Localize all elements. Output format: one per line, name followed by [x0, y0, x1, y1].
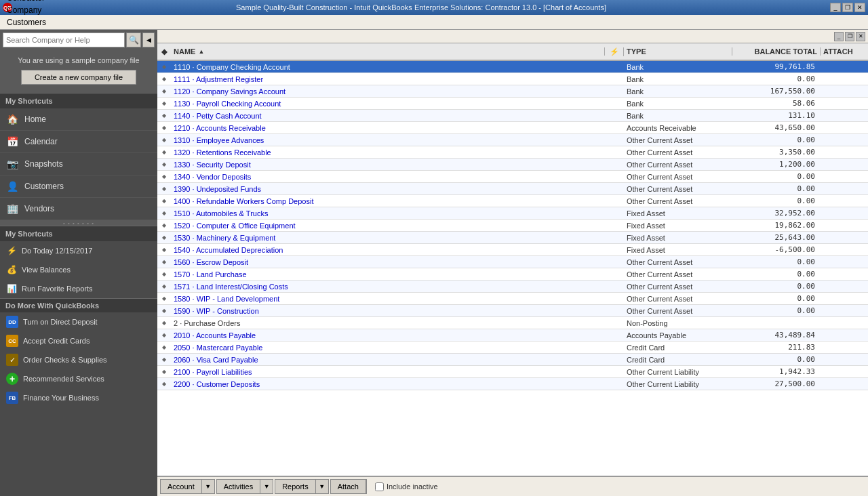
reports-button[interactable]: Reports — [275, 480, 316, 493]
row-name[interactable]: 1320 · Retentions Receivable — [171, 148, 605, 157]
shortcut-item-today[interactable]: ⚡ Do Today 12/15/2017 — [0, 241, 157, 260]
row-name[interactable]: 1111 · Adjustment Register — [171, 75, 605, 83]
close-button[interactable]: ✕ — [854, 3, 865, 12]
table-body[interactable]: ◆ 1110 · Company Checking Account Bank 9… — [157, 61, 868, 476]
do-more-item-deposit[interactable]: DDTurn on Direct Deposit — [0, 312, 157, 331]
row-name[interactable]: 2100 · Payroll Liabilities — [171, 368, 605, 376]
table-row[interactable]: ◆ 2050 · Mastercard Payable Credit Card … — [157, 342, 868, 354]
sidebar-item-snapshots[interactable]: 📷 Snapshots — [0, 153, 157, 175]
include-inactive-checkbox[interactable] — [375, 482, 384, 491]
sidebar-item-customers[interactable]: 👤 Customers — [0, 175, 157, 198]
row-name[interactable]: 1530 · Machinery & Equipment — [171, 234, 605, 242]
table-row[interactable]: ◆ 2100 · Payroll Liabilities Other Curre… — [157, 366, 868, 378]
col-balance-header[interactable]: BALANCE TOTAL — [732, 47, 821, 56]
row-name[interactable]: 1140 · Petty Cash Account — [171, 112, 605, 120]
attach-button[interactable]: Attach — [331, 480, 366, 493]
row-name[interactable]: 2 · Purchase Orders — [171, 319, 605, 327]
inner-minimize[interactable]: _ — [834, 32, 844, 41]
table-row[interactable]: ◆ 1320 · Retentions Receivable Other Cur… — [157, 146, 868, 159]
table-row[interactable]: ◆ 2200 · Customer Deposits Other Current… — [157, 378, 868, 390]
menu-item-company[interactable]: Company — [1, 4, 52, 16]
reports-dropdown-arrow[interactable]: ▼ — [316, 480, 328, 493]
account-btn-group[interactable]: Account ▼ — [160, 479, 215, 494]
row-name[interactable]: 1590 · WIP - Construction — [171, 307, 605, 315]
table-row[interactable]: ◆ 2060 · Visa Card Payable Credit Card 0… — [157, 354, 868, 366]
row-name[interactable]: 1390 · Undeposited Funds — [171, 185, 605, 193]
row-name[interactable]: 1130 · Payroll Checking Account — [171, 100, 605, 108]
inner-close[interactable]: ✕ — [856, 32, 865, 41]
row-name[interactable]: 1330 · Security Deposit — [171, 161, 605, 169]
table-row[interactable]: ◆ 1540 · Accumulated Depreciation Fixed … — [157, 244, 868, 256]
table-row[interactable]: ◆ 2010 · Accounts Payable Accounts Payab… — [157, 329, 868, 342]
minimize-button[interactable]: _ — [830, 3, 841, 12]
sidebar-resize-handle[interactable]: • • • • • • • — [0, 220, 157, 226]
row-name[interactable]: 1400 · Refundable Workers Comp Deposit — [171, 197, 605, 205]
inner-restore[interactable]: ❐ — [845, 32, 854, 41]
table-row[interactable]: ◆ 1340 · Vendor Deposits Other Current A… — [157, 171, 868, 183]
create-file-button[interactable]: Create a new company file — [21, 70, 136, 85]
row-name[interactable]: 1310 · Employee Advances — [171, 136, 605, 144]
activities-dropdown-arrow[interactable]: ▼ — [260, 480, 273, 493]
include-inactive-wrap[interactable]: Include inactive — [375, 482, 438, 491]
table-row[interactable]: ◆ 1111 · Adjustment Register Bank 0.00 — [157, 73, 868, 85]
activities-btn-group[interactable]: Activities ▼ — [216, 479, 273, 494]
row-name[interactable]: 2060 · Visa Card Payable — [171, 356, 605, 364]
row-name[interactable]: 1110 · Company Checking Account — [171, 63, 605, 71]
row-name[interactable]: 2010 · Accounts Payable — [171, 331, 605, 339]
attach-btn-group[interactable]: Attach — [330, 479, 367, 494]
row-name[interactable]: 2200 · Customer Deposits — [171, 380, 605, 388]
row-name[interactable]: 1340 · Vendor Deposits — [171, 173, 605, 181]
back-button[interactable]: ◀ — [142, 33, 155, 47]
search-input[interactable] — [6, 36, 121, 44]
do-more-item-cards[interactable]: CCAccept Credit Cards — [0, 331, 157, 350]
table-row[interactable]: ◆ 1390 · Undeposited Funds Other Current… — [157, 183, 868, 195]
table-row[interactable]: ◆ 2 · Purchase Orders Non-Posting — [157, 317, 868, 329]
sidebar-item-home[interactable]: 🏠 Home — [0, 108, 157, 131]
row-name[interactable]: 1210 · Accounts Receivable — [171, 124, 605, 132]
title-bar-controls[interactable]: _ ❐ ✕ — [830, 3, 865, 12]
table-row[interactable]: ◆ 1110 · Company Checking Account Bank 9… — [157, 61, 868, 73]
table-row[interactable]: ◆ 1590 · WIP - Construction Other Curren… — [157, 305, 868, 317]
table-row[interactable]: ◆ 1120 · Company Savings Account Bank 16… — [157, 85, 868, 98]
table-row[interactable]: ◆ 1570 · Land Purchase Other Current Ass… — [157, 268, 868, 281]
table-row[interactable]: ◆ 1530 · Machinery & Equipment Fixed Ass… — [157, 232, 868, 244]
table-row[interactable]: ◆ 1330 · Security Deposit Other Current … — [157, 159, 868, 171]
table-row[interactable]: ◆ 1571 · Land Interest/Closing Costs Oth… — [157, 281, 868, 293]
shortcut-item-balances[interactable]: 💰 View Balances — [0, 260, 157, 279]
restore-button[interactable]: ❐ — [842, 3, 853, 12]
reports-btn-group[interactable]: Reports ▼ — [275, 479, 329, 494]
row-name[interactable]: 1580 · WIP - Land Development — [171, 295, 605, 303]
row-name[interactable]: 1571 · Land Interest/Closing Costs — [171, 283, 605, 291]
row-name[interactable]: 1560 · Escrow Deposit — [171, 258, 605, 266]
account-dropdown-arrow[interactable]: ▼ — [202, 480, 214, 493]
col-attach-header[interactable]: ATTACH — [821, 47, 868, 56]
row-name[interactable]: 1510 · Automobiles & Trucks — [171, 209, 605, 218]
table-row[interactable]: ◆ 1130 · Payroll Checking Account Bank 5… — [157, 98, 868, 110]
shortcut-item-reports[interactable]: 📊 Run Favorite Reports — [0, 279, 157, 298]
row-name[interactable]: 1520 · Computer & Office Equipment — [171, 222, 605, 230]
sidebar-item-vendors[interactable]: 🏢 Vendors — [0, 198, 157, 220]
table-row[interactable]: ◆ 1210 · Accounts Receivable Accounts Re… — [157, 122, 868, 134]
account-button[interactable]: Account — [161, 480, 202, 493]
table-row[interactable]: ◆ 1140 · Petty Cash Account Bank 131.10 — [157, 110, 868, 122]
row-name[interactable]: 1540 · Accumulated Depreciation — [171, 246, 605, 254]
table-row[interactable]: ◆ 1510 · Automobiles & Trucks Fixed Asse… — [157, 207, 868, 220]
table-row[interactable]: ◆ 1520 · Computer & Office Equipment Fix… — [157, 220, 868, 232]
sidebar-item-calendar[interactable]: 📅 Calendar — [0, 131, 157, 153]
menu-item-customers[interactable]: Customers — [1, 16, 52, 28]
table-row[interactable]: ◆ 1310 · Employee Advances Other Current… — [157, 134, 868, 146]
col-name-header[interactable]: NAME ▲ — [171, 47, 605, 56]
do-more-item-finance[interactable]: FBFinance Your Business — [0, 388, 157, 407]
do-more-item-checks[interactable]: ✓Order Checks & Supplies — [0, 350, 157, 369]
table-row[interactable]: ◆ 1560 · Escrow Deposit Other Current As… — [157, 256, 868, 268]
row-name[interactable]: 2050 · Mastercard Payable — [171, 344, 605, 352]
search-input-wrap[interactable] — [3, 33, 125, 47]
do-more-item-recommended[interactable]: +Recommended Services — [0, 369, 157, 388]
table-row[interactable]: ◆ 1580 · WIP - Land Development Other Cu… — [157, 293, 868, 305]
search-button[interactable]: 🔍 — [126, 33, 141, 47]
row-name[interactable]: 1570 · Land Purchase — [171, 270, 605, 278]
row-name[interactable]: 1120 · Company Savings Account — [171, 87, 605, 96]
col-type-header[interactable]: TYPE — [624, 47, 732, 56]
table-row[interactable]: ◆ 1400 · Refundable Workers Comp Deposit… — [157, 195, 868, 207]
activities-button[interactable]: Activities — [217, 480, 260, 493]
